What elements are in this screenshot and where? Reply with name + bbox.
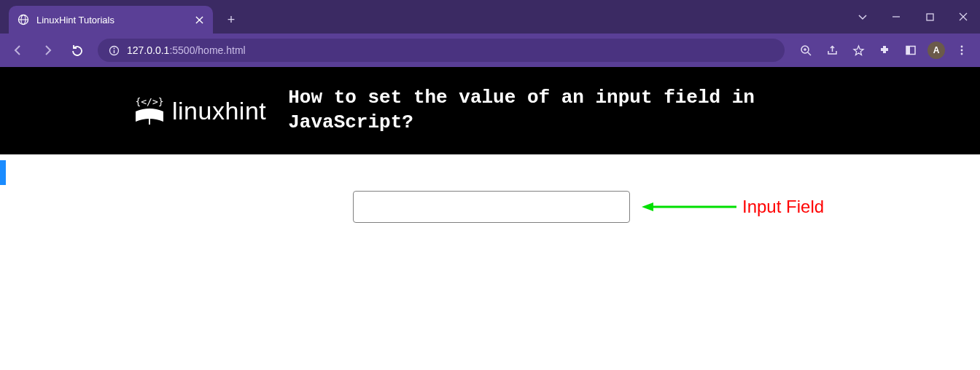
back-button[interactable] <box>6 38 31 63</box>
reload-button[interactable] <box>64 38 89 63</box>
svg-point-22 <box>961 53 963 55</box>
url-text: 127.0.0.1:5500/home.html <box>127 44 246 56</box>
svg-point-21 <box>961 50 963 52</box>
logo-text: linuxhint <box>172 97 266 125</box>
svg-marker-17 <box>854 46 863 55</box>
profile-avatar[interactable]: A <box>928 42 945 59</box>
svg-rect-19 <box>906 47 910 55</box>
zoom-icon[interactable] <box>793 38 818 63</box>
bookmark-star-icon[interactable] <box>846 38 871 63</box>
content-area: Input Field <box>0 154 980 370</box>
close-tab-icon[interactable] <box>194 15 204 25</box>
window-close-button[interactable] <box>946 0 980 34</box>
book-code-icon: {</>} <box>131 92 168 129</box>
svg-marker-26 <box>642 202 653 211</box>
plus-icon: + <box>228 12 236 28</box>
window-maximize-button[interactable] <box>913 0 946 34</box>
chevron-down-icon[interactable] <box>846 0 879 34</box>
avatar-initial: A <box>933 45 940 55</box>
forward-button[interactable] <box>35 38 60 63</box>
page-heading: How to set the value of an input field i… <box>288 86 842 135</box>
svg-text:{</>}: {</>} <box>135 96 163 107</box>
svg-rect-6 <box>927 14 933 20</box>
side-panel-icon[interactable] <box>898 38 923 63</box>
page-header: {</>} linuxhint How to set the value of … <box>0 67 980 154</box>
demo-input-field[interactable] <box>353 191 630 223</box>
browser-titlebar: LinuxHint Tutorials + <box>0 0 980 34</box>
new-tab-button[interactable]: + <box>220 9 242 31</box>
browser-toolbar: 127.0.0.1:5500/home.html A <box>0 34 980 67</box>
page-viewport: {</>} linuxhint How to set the value of … <box>0 67 980 370</box>
svg-point-20 <box>961 46 963 48</box>
share-icon[interactable] <box>820 38 844 63</box>
url-host: 127.0.0.1 <box>127 44 169 56</box>
tab-title: LinuxHint Tutorials <box>36 15 187 25</box>
toolbar-actions: A <box>793 38 974 63</box>
globe-icon <box>18 14 29 25</box>
svg-point-10 <box>113 47 114 49</box>
annotation-arrow-icon <box>642 201 736 213</box>
kebab-menu-icon[interactable] <box>949 38 974 63</box>
annotation-label: Input Field <box>742 197 824 217</box>
extensions-icon[interactable] <box>872 38 897 63</box>
url-path: :5500/home.html <box>169 44 245 56</box>
browser-tab[interactable]: LinuxHint Tutorials <box>9 6 213 34</box>
site-logo: {</>} linuxhint <box>131 92 266 129</box>
svg-line-13 <box>808 52 811 55</box>
address-bar[interactable]: 127.0.0.1:5500/home.html <box>98 39 785 62</box>
window-minimize-button[interactable] <box>879 0 913 34</box>
window-controls <box>846 0 980 34</box>
site-info-icon[interactable] <box>108 44 120 56</box>
